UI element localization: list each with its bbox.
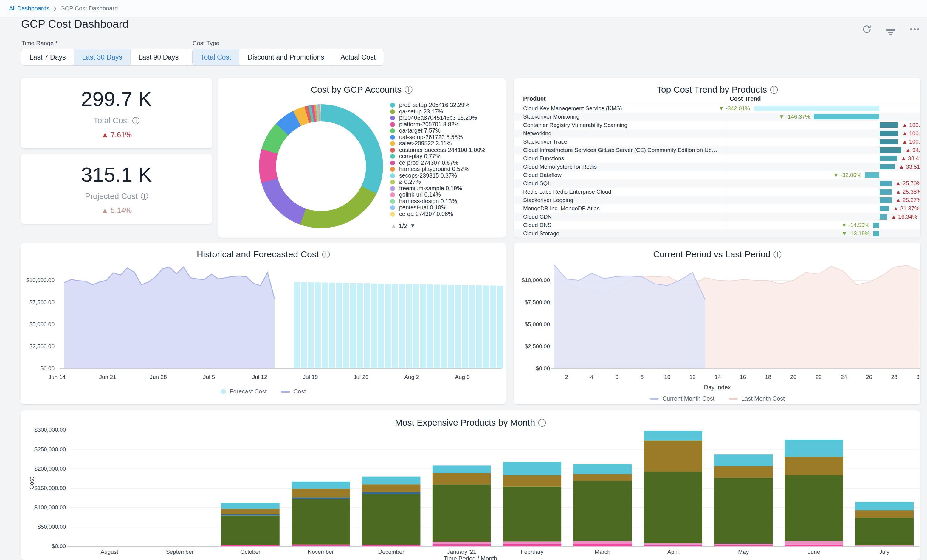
legend-item-harness-design[interactable]: harness-design 0.13%	[390, 198, 489, 205]
y-axis-tick: $5,000.00	[514, 321, 550, 328]
x-axis-tick: Aug 2	[404, 374, 419, 380]
refresh-icon[interactable]	[862, 24, 872, 35]
info-icon[interactable]: ⓘ	[770, 85, 778, 94]
product-name: Cloud SQL	[523, 179, 720, 188]
x-axis-tick: 8	[641, 374, 644, 380]
trend-value: ▼ -32.06%	[833, 171, 862, 179]
table-row: Cloud SQL▲ 25.70%	[514, 179, 921, 188]
donut-legend-pagination: ▲ 1/2 ▼	[391, 222, 415, 229]
projected-cost-label: Projected Costⓘ	[85, 191, 148, 201]
legend-item-sales-209522[interactable]: sales-209522 3.11%	[390, 140, 489, 147]
filter-icon[interactable]	[885, 24, 896, 35]
legend-label: customer-success-244100 1.00%	[399, 147, 485, 153]
donut-chart[interactable]	[259, 104, 383, 228]
column-header-cost-trend[interactable]: Cost Trend	[730, 95, 761, 102]
breadcrumb-all-dashboards[interactable]: All Dashboards	[9, 5, 50, 12]
legend-item-uat-setup-261723[interactable]: uat-setup-261723 5.55%	[390, 134, 489, 141]
table-row: Cloud Dataflow▼ -32.06%	[514, 171, 921, 179]
legend-item-freemium-sample[interactable]: freemium-sample 0.19%	[390, 185, 489, 192]
trend-value: ▲ 100.00%	[902, 121, 921, 129]
product-name: Cloud Dataflow	[523, 171, 720, 179]
legend-label: harness-playground 0.52%	[399, 165, 468, 172]
y-axis-tick: $2,500.00	[514, 343, 550, 350]
legend-label: harness-design 0.13%	[399, 198, 457, 204]
column-header-product[interactable]: Product	[523, 95, 546, 102]
kebab-menu-icon[interactable]	[909, 24, 920, 35]
y-axis-tick: $200,000.00	[27, 466, 66, 472]
legend-item-[interactable]: ø 0.27%	[390, 179, 489, 185]
cost-type-option-total-cost[interactable]: Total Cost	[193, 49, 239, 65]
legend-item-ce-qa-274307[interactable]: ce-qa-274307 0.06%	[390, 211, 489, 217]
trend-bar	[880, 206, 889, 211]
product-name: Redis Labs Redis Enterprise Cloud	[523, 188, 720, 196]
y-axis-tick: $250,000.00	[27, 446, 66, 453]
x-axis-tick: December	[378, 549, 404, 555]
legend-label: qa-setup 23.17%	[399, 108, 443, 115]
product-name: Stackdriver Trace	[523, 138, 720, 146]
x-axis-tick: October	[240, 549, 260, 555]
product-name: Cloud DNS	[523, 221, 720, 229]
legend-label: prod-setup-205416 32.29%	[399, 102, 470, 108]
legend-item-customer-success-244100[interactable]: customer-success-244100 1.00%	[390, 147, 489, 153]
trend-table-body: Cloud Key Management Service (KMS)▼ -342…	[514, 104, 921, 238]
x-axis-tick: Jul 12	[252, 374, 267, 380]
table-row: Redis Labs Redis Enterprise Cloud▲ 25.38…	[514, 188, 921, 196]
legend-dot	[390, 186, 395, 191]
trend-bar	[880, 131, 898, 136]
info-icon[interactable]: ⓘ	[141, 192, 148, 200]
trend-value: ▲ 100.00%	[902, 138, 921, 146]
legend-label: freemium-sample 0.19%	[399, 185, 462, 191]
legend-item-pentest-uat[interactable]: pentest-uat 0.10%	[390, 204, 489, 211]
table-row: MongoDB Inc. MongoDB Atlas▲ 21.37%	[514, 204, 921, 213]
legend-current-month-cost[interactable]: Current Month Cost	[650, 395, 714, 402]
trend-value: ▲ 16.34%	[891, 213, 918, 221]
legend-swatch	[281, 391, 290, 393]
legend-page-up-icon[interactable]: ▲	[391, 223, 397, 229]
time-range-option-last-90-days[interactable]: Last 90 Days	[131, 49, 187, 65]
time-range-option-last-30-days[interactable]: Last 30 Days	[74, 49, 130, 65]
trend-table-title: Top Cost Trend by Productsⓘ	[514, 85, 921, 95]
y-axis-tick: $7,500.00	[21, 299, 55, 306]
legend-dot	[390, 167, 395, 171]
legend-label: Cost	[293, 388, 306, 395]
top-navigation-bar: All Dashboards ❯ GCP Cost Dashboard	[0, 0, 927, 17]
legend-item-platform-205701[interactable]: platform-205701 8.82%	[390, 121, 489, 128]
cost-type-option-discount-and-promotions[interactable]: Discount and Promotions	[239, 49, 332, 65]
x-axis-tick: April	[667, 549, 679, 555]
legend-item-pr10406a87045145c3[interactable]: pr10406a87045145c3 15.20%	[390, 115, 489, 121]
legend-last-month-cost[interactable]: Last Month Cost	[729, 395, 785, 402]
trend-value: ▲ 25.27%	[895, 196, 921, 204]
legend-item-qa-setup[interactable]: qa-setup 23.17%	[390, 108, 489, 115]
legend-dot	[390, 135, 395, 140]
legend-item-secops-239815[interactable]: secops-239815 0.37%	[390, 173, 489, 179]
trend-bar	[873, 231, 879, 236]
legend-item-prod-setup-205416[interactable]: prod-setup-205416 32.29%	[390, 102, 489, 108]
product-name: Cloud Memorystore for Redis	[523, 162, 720, 171]
table-row: Cloud Storage▼ -13.19%	[514, 229, 921, 238]
info-icon[interactable]: ⓘ	[404, 85, 413, 94]
info-icon[interactable]: ⓘ	[132, 117, 140, 125]
trend-value: ▼ -13.19%	[842, 229, 870, 238]
total-cost-delta: ▲ 7.61%	[101, 131, 132, 139]
legend-item-golink-url[interactable]: golink-url 0.14%	[390, 191, 489, 198]
legend-item-qa-target[interactable]: qa-target 7.57%	[390, 127, 489, 134]
legend-page-down-icon[interactable]: ▼	[410, 223, 415, 229]
trend-value: ▼ -342.01%	[719, 104, 750, 112]
legend-cost[interactable]: Cost	[281, 388, 306, 395]
x-axis-tick: Jun 14	[48, 374, 65, 380]
legend-item-ccm-play[interactable]: ccm-play 0.77%	[390, 153, 489, 160]
cost-type-option-actual-cost[interactable]: Actual Cost	[332, 49, 384, 65]
legend-item-harness-playground[interactable]: harness-playground 0.52%	[390, 166, 489, 173]
cost-type-group: Total CostDiscount and PromotionsActual …	[192, 49, 384, 65]
time-range-option-last-7-days[interactable]: Last 7 Days	[21, 49, 74, 65]
x-axis-tick: May	[738, 549, 749, 555]
y-axis-tick: $2,500.00	[21, 343, 55, 350]
panel-historical-forecast: Historical and Forecasted Costⓘ Forecast…	[21, 243, 506, 404]
trend-bar	[880, 147, 901, 153]
legend-dot	[390, 205, 395, 210]
legend-item-ce-prod-274307[interactable]: ce-prod-274307 0.67%	[390, 160, 489, 166]
trend-bar	[880, 197, 892, 203]
y-axis-tick: $100,000.00	[27, 504, 66, 511]
legend-forecast-cost[interactable]: Forecast Cost	[221, 388, 266, 395]
table-row: Stackdriver Monitoring▼ -146.37%	[514, 112, 921, 121]
